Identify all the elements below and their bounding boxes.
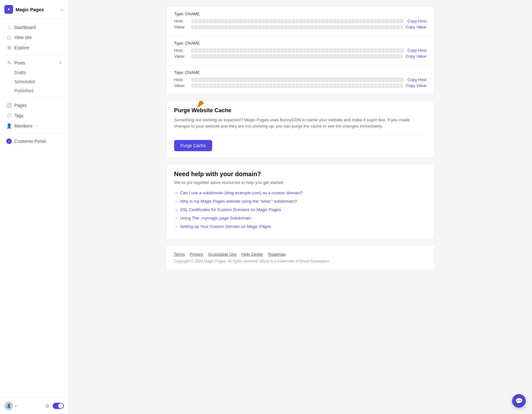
dashboard-icon: ⌂ (6, 25, 12, 30)
sidebar-header: ✦ Magic Pages ⌕ (0, 0, 68, 19)
members-badge (35, 126, 39, 126)
avatar: 👤 (4, 402, 13, 410)
tags-label: Tags (14, 113, 24, 118)
content-area: Type: CNAME Host: Copy Host Value: Copy … (160, 0, 440, 282)
dns-type-1: Type: CNAME (174, 12, 426, 16)
sidebar-logo[interactable]: ✦ Magic Pages (4, 5, 44, 14)
help-link-subdomain-text: Can I use a subdomain (blog.example.com)… (180, 190, 302, 195)
help-title: Need help with your domain? (174, 171, 426, 178)
scheduled-label: Scheduled (14, 79, 35, 84)
sidebar-item-view-site-label: View site (14, 35, 32, 40)
copy-host-button-3[interactable]: Copy Host (407, 77, 426, 82)
sidebar-item-members[interactable]: 👤 Members (2, 121, 66, 131)
published-label: Published (14, 88, 34, 93)
dns-record-2: Type: CNAME Host: Copy Host Value: Copy … (167, 36, 434, 65)
sidebar: ✦ Magic Pages ⌕ ⌂ Dashboard ◻ View site … (0, 0, 69, 414)
purge-cache-content: Purge Website Cache Something not workin… (167, 101, 434, 157)
dns-host-label-3: Host: (174, 77, 188, 82)
help-content: Need help with your domain? We've put to… (167, 164, 434, 239)
copy-value-button-3[interactable]: Copy Value (406, 83, 426, 88)
pages-label: Pages (14, 103, 27, 108)
sidebar-item-tags[interactable]: ⬡ Tags (2, 111, 66, 121)
search-icon[interactable]: ⌕ (61, 7, 64, 12)
copy-value-button-2[interactable]: Copy Value (406, 54, 426, 59)
help-link-setup[interactable]: → Setting up Your Custom Domain on Magic… (174, 224, 426, 229)
dns-type-3: Type: CNAME (174, 70, 426, 75)
sidebar-item-dashboard[interactable]: ⌂ Dashboard (2, 22, 66, 32)
copy-value-button-1[interactable]: Copy Value (406, 25, 426, 29)
purge-cache-title: Purge Website Cache (174, 107, 426, 114)
footer-link-roadmap[interactable]: Roadmap (268, 252, 285, 257)
customer-portal-label: Customer Portal (14, 139, 46, 144)
app-name: Magic Pages (16, 7, 44, 12)
dns-host-row-3: Host: Copy Host (174, 77, 426, 82)
sidebar-item-published[interactable]: Published (2, 86, 66, 95)
members-icon: 👤 (6, 123, 12, 129)
sidebar-item-explore[interactable]: ⊕ Explore (2, 43, 66, 53)
dns-value-value-3 (191, 84, 403, 88)
tags-icon: ⬡ (6, 113, 12, 118)
dns-value-row-1: Value: Copy Value (174, 25, 426, 29)
footer-icons: ⚙ (45, 403, 64, 409)
sidebar-item-view-site[interactable]: ◻ View site (2, 32, 66, 42)
purge-cache-button[interactable]: Purge Cache (174, 140, 212, 151)
chevron-down-icon: ▾ (15, 404, 17, 408)
help-link-ssl-text: SSL Certificates for Custom Domains on M… (180, 207, 281, 212)
copy-host-button-1[interactable]: Copy Host (407, 19, 426, 23)
footer-link-acceptable-use[interactable]: Acceptable Use (208, 252, 236, 257)
sidebar-item-drafts[interactable]: Drafts (2, 68, 66, 77)
dns-host-label-1: Host: (174, 19, 188, 23)
chat-bubble[interactable]: 💬 (512, 394, 526, 408)
dns-host-value-1 (191, 19, 404, 23)
sidebar-footer: 👤 ▾ ⚙ (0, 397, 68, 414)
dns-host-row-1: Host: Copy Host (174, 19, 426, 23)
purge-cache-description: Something not working as expected? Magic… (174, 117, 426, 130)
arrow-icon-ssl: → (174, 207, 178, 212)
purge-cache-divider (174, 135, 426, 135)
dns-value-label-3: Value: (174, 83, 188, 88)
help-link-mymagic-text: Using The .mymagic.page Subdomain (180, 216, 251, 220)
arrow-icon-subdomain: → (174, 190, 178, 195)
help-link-setup-text: Setting up Your Custom Domain on Magic P… (180, 224, 271, 229)
view-site-icon: ◻ (6, 35, 12, 40)
footer-link-help-center[interactable]: Help Center (241, 252, 263, 257)
drafts-label: Drafts (14, 70, 26, 75)
help-link-www-text: Why is my Magic Pages website using the … (180, 199, 297, 204)
help-link-subdomain[interactable]: → Can I use a subdomain (blog.example.co… (174, 190, 426, 195)
explore-icon: ⊕ (6, 45, 12, 51)
dns-records-card: Type: CNAME Host: Copy Host Value: Copy … (166, 6, 434, 94)
footer-link-terms[interactable]: Terms (174, 252, 185, 257)
sidebar-item-customer-portal[interactable]: Customer Portal (2, 136, 66, 146)
user-profile[interactable]: 👤 ▾ (4, 402, 17, 410)
dns-value-value-2 (191, 54, 403, 59)
main-content: Type: CNAME Host: Copy Host Value: Copy … (69, 0, 532, 414)
theme-toggle[interactable] (53, 403, 64, 409)
dns-type-2: Type: CNAME (174, 41, 426, 46)
help-link-ssl[interactable]: → SSL Certificates for Custom Domains on… (174, 207, 426, 212)
page-footer: Terms Privacy Acceptable Use Help Center… (166, 245, 434, 270)
sidebar-nav: ⌂ Dashboard ◻ View site ⊕ Explore ✎ Post… (0, 19, 68, 397)
dns-value-label-2: Value: (174, 54, 188, 59)
dns-value-label-1: Value: (174, 25, 188, 29)
dns-host-value-2 (191, 48, 404, 53)
copy-host-button-2[interactable]: Copy Host (407, 48, 426, 53)
sidebar-item-pages[interactable]: ⬜ Pages (2, 100, 66, 110)
settings-icon[interactable]: ⚙ (45, 403, 50, 409)
members-label: Members (14, 123, 32, 128)
help-link-www[interactable]: → Why is my Magic Pages website using th… (174, 199, 426, 204)
footer-link-privacy[interactable]: Privacy (190, 252, 203, 257)
dns-value-row-3: Value: Copy Value (174, 83, 426, 88)
sidebar-item-scheduled[interactable]: Scheduled (2, 77, 66, 86)
customer-portal-icon (6, 138, 12, 144)
sidebar-item-explore-label: Explore (14, 45, 29, 50)
add-post-icon[interactable]: + (59, 60, 62, 66)
arrow-icon-setup: → (174, 224, 178, 229)
sidebar-posts-label: Posts (14, 60, 25, 65)
dns-host-value-3 (191, 78, 404, 82)
arrow-icon-www: → (174, 199, 178, 204)
help-link-mymagic[interactable]: → Using The .mymagic.page Subdomain (174, 216, 426, 220)
nav-divider-1 (4, 55, 64, 55)
sidebar-item-posts[interactable]: ✎ Posts + (2, 58, 66, 68)
dns-value-value-1 (191, 25, 403, 29)
purge-cache-card: Purge Website Cache Something not workin… (166, 101, 434, 158)
